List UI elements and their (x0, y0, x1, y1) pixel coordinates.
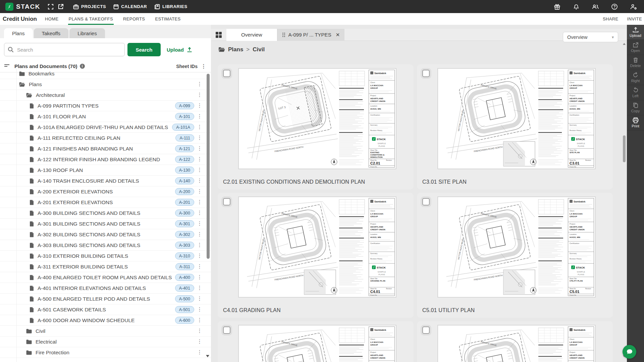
tree-item[interactable]: A-401 INTERIOR ELEVATIONS AND DETAILS A-… (0, 283, 211, 294)
kebab-menu-icon[interactable]: ⋮ (197, 199, 202, 205)
sheet-id-badge[interactable]: A-201 (175, 199, 194, 206)
kebab-menu-icon[interactable]: ⋮ (197, 92, 202, 98)
tree-item[interactable]: A-121 FINISHES AND BRANDING PLAN A-121 ⋮ (0, 143, 211, 154)
kebab-menu-icon[interactable]: ⋮ (197, 146, 202, 151)
tree-item[interactable]: A-122 INTERIOR FINISH AND BRANDING LEGEN… (0, 154, 211, 165)
sheet-card[interactable]: LOT 3 PRIVATE DRIVE VICTOR HUGO BLVD FRE… (417, 193, 613, 318)
nav-calendar[interactable]: CALENDAR (113, 4, 147, 9)
sheet-id-badge[interactable]: A-140 (175, 177, 194, 184)
sheet-id-badge[interactable]: A-302 (175, 231, 194, 238)
kebab-menu-icon[interactable]: ⋮ (197, 114, 202, 119)
tree-item[interactable]: A-201 EXTERIOR ELEVATIONS A-201 ⋮ (0, 197, 211, 208)
tree-item[interactable]: A-311 EXTERIOR BUILDING DETAILS A-311 ⋮ (0, 261, 211, 272)
tree-item[interactable]: A-310 EXTERIOR BUILDING DETAILS A-310 ⋮ (0, 251, 211, 261)
kebab-menu-icon[interactable]: ⋮ (197, 242, 202, 248)
sidebar-tab-libraries[interactable]: Libraries (69, 28, 105, 38)
kebab-menu-icon[interactable]: ⋮ (197, 253, 202, 258)
kebab-menu-icon[interactable]: ⋮ (197, 232, 202, 237)
sheet-id-badge[interactable]: A-600 (175, 317, 194, 324)
sheet-checkbox[interactable] (422, 198, 430, 205)
kebab-menu-icon[interactable]: ⋮ (197, 221, 202, 226)
search-box[interactable] (4, 43, 125, 56)
search-input[interactable] (16, 47, 117, 53)
tree-item[interactable]: A-130 ROOF PLAN A-130 ⋮ (0, 165, 211, 176)
tree-item[interactable]: A-101A ENLARGED DRIVE-THRU PLAN AND DETA… (0, 122, 211, 133)
kebab-menu-icon[interactable]: ⋮ (197, 167, 202, 173)
tree-item[interactable]: Civil ⋮ (0, 326, 211, 337)
kebab-menu-icon[interactable]: ⋮ (197, 307, 202, 312)
sheet-id-badge[interactable]: A-111 (175, 134, 194, 141)
bell-icon[interactable] (571, 2, 581, 12)
sidebar-scrollbar[interactable] (207, 74, 210, 259)
tab-reports[interactable]: REPORTS (123, 13, 145, 25)
kebab-menu-icon[interactable]: ⋮ (197, 178, 202, 183)
sheet-id-badge[interactable]: A-500 (175, 295, 194, 302)
tree-item[interactable]: Fire Protection ⋮ (0, 347, 211, 358)
main-scroll-up-arrow[interactable] (623, 43, 626, 45)
tree-item[interactable]: Plans ⋮ (0, 79, 211, 90)
sheet-thumbnail[interactable]: LOT 3 PRIVATE DRIVE VICTOR HUGO BLVD FRE… (438, 68, 595, 169)
gift-icon[interactable] (552, 2, 562, 12)
kebab-menu-icon[interactable]: ⋮ (197, 350, 202, 355)
breadcrumb-parent[interactable]: Plans (228, 46, 243, 53)
sheet-id-badge[interactable]: A-101A (172, 124, 194, 131)
sheet-thumbnail[interactable]: LOT 3 PRIVATE DRIVE VICTOR HUGO BLVD FRE… (238, 68, 396, 169)
main-scrollbar[interactable] (623, 135, 626, 162)
fullscreen-icon[interactable] (46, 2, 56, 12)
viewer-tab-document[interactable]: A-099 P/ ... TYPES ✕ (277, 29, 345, 41)
nav-projects[interactable]: PROJECTS (73, 4, 106, 9)
kebab-menu-icon[interactable]: ⋮ (197, 285, 202, 291)
sheet-id-badge[interactable]: A-501 (175, 306, 194, 313)
sheet-card[interactable]: LOT 3 PRIVATE DRIVE VICTOR HUGO BLVD FRE… (218, 193, 414, 318)
users-icon[interactable] (590, 2, 600, 12)
tree-item[interactable]: A-301 BUILDING SECTIONS AND DETAILS A-30… (0, 219, 211, 229)
sidebar-tab-takeoffs[interactable]: Takeoffs (34, 28, 69, 38)
sheet-id-badge[interactable]: A-121 (175, 145, 194, 152)
tree-item[interactable]: A-099 PARTITION TYPES A-099 ⋮ (0, 101, 211, 111)
sheet-id-badge[interactable]: A-101 (175, 113, 194, 120)
share-button[interactable]: SHARE (603, 13, 619, 25)
tree-item[interactable]: Bookmarks (0, 68, 211, 79)
kebab-menu-icon[interactable]: ⋮ (197, 103, 202, 108)
sidebar-scroll-down-arrow[interactable] (206, 355, 209, 357)
sheet-checkbox[interactable] (223, 326, 230, 334)
sheet-id-badge[interactable]: A-200 (175, 188, 194, 195)
tree-item[interactable]: Architectural ⋮ (0, 90, 211, 101)
sheet-id-badge[interactable]: A-099 (175, 102, 194, 109)
close-tab-icon[interactable]: ✕ (336, 32, 340, 38)
sheet-checkbox[interactable] (223, 70, 230, 77)
toolbar-upload-button[interactable]: Upload (627, 25, 644, 40)
sheet-id-badge[interactable]: A-301 (175, 220, 194, 227)
sidebar-tab-plans[interactable]: Plans (4, 28, 33, 38)
kebab-menu-icon[interactable]: ⋮ (197, 275, 202, 280)
help-icon[interactable] (609, 2, 620, 12)
tree-item[interactable]: A-140 TRASH ENCLOSURE AND DETAILS A-140 … (0, 176, 211, 186)
open-new-window-icon[interactable] (56, 2, 66, 12)
sidebar-upload-button[interactable]: Upload (163, 43, 197, 56)
sheet-card[interactable]: LOT 3 PRIVATE DRIVE VICTOR HUGO BLVD FRE… (218, 321, 414, 362)
sheet-thumbnail[interactable]: LOT 3 PRIVATE DRIVE VICTOR HUGO BLVD FRE… (438, 325, 595, 362)
sheet-id-badge[interactable]: A-130 (175, 167, 194, 174)
drag-handle-icon[interactable] (282, 33, 285, 37)
sheet-checkbox[interactable] (422, 326, 430, 334)
kebab-menu-icon[interactable]: ⋮ (197, 135, 202, 140)
sheet-id-badge[interactable]: A-310 (175, 252, 194, 259)
tree-item[interactable]: A-501 CASEWORK DETAILS A-501 ⋮ (0, 304, 211, 315)
nav-libraries[interactable]: LIBRARIES (154, 4, 187, 9)
sheet-thumbnail[interactable]: LOT 3 PRIVATE DRIVE VICTOR HUGO BLVD FRE… (238, 325, 396, 362)
sheet-id-badge[interactable]: A-303 (175, 242, 194, 249)
sheet-id-badge[interactable]: A-300 (175, 209, 194, 217)
sheet-card[interactable]: LOT 3 PRIVATE DRIVE VICTOR HUGO BLVD FRE… (417, 64, 613, 189)
sheet-thumbnail[interactable]: LOT 3 PRIVATE DRIVE VICTOR HUGO BLVD FRE… (238, 197, 396, 297)
tree-item[interactable]: A-302 BUILDING SECTIONS AND DETAILS A-30… (0, 229, 211, 240)
sheet-card[interactable]: LOT 3 PRIVATE DRIVE VICTOR HUGO BLVD FRE… (218, 64, 414, 189)
tree-item[interactable]: A-300 BUILDING SECTIONS AND DETAILS A-30… (0, 208, 211, 219)
kebab-menu-icon[interactable]: ⋮ (197, 296, 202, 301)
stack-brand[interactable]: STACK (5, 3, 40, 11)
sheet-checkbox[interactable] (422, 70, 430, 77)
sheet-thumbnail[interactable]: LOT 3 PRIVATE DRIVE VICTOR HUGO BLVD FRE… (438, 197, 595, 297)
sheet-id-badge[interactable]: A-401 (175, 285, 194, 292)
tab-home[interactable]: HOME (45, 13, 59, 25)
overview-grid-icon[interactable] (211, 32, 226, 38)
tab-plans-takeoffs[interactable]: PLANS & TAKEOFFS (69, 13, 113, 25)
